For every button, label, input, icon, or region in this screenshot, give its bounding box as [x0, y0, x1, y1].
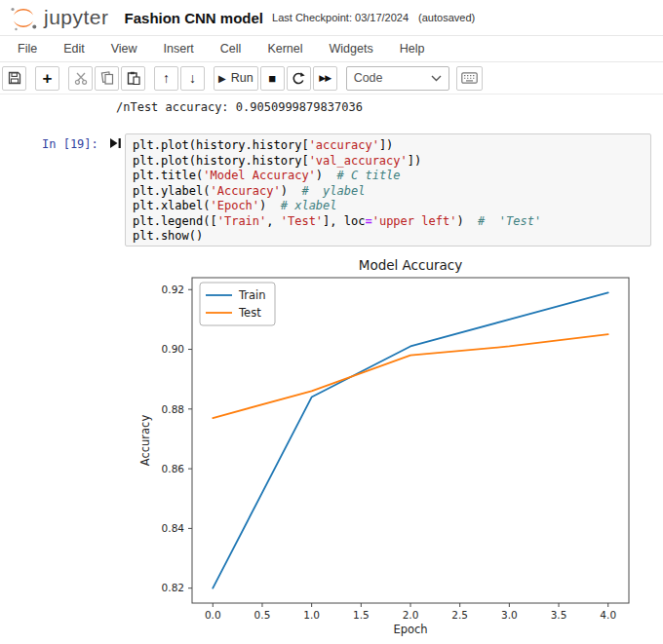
- menu-item-view[interactable]: View: [111, 42, 137, 56]
- accuracy-chart: Model AccuracyEpochAccuracy0.00.51.01.52…: [136, 255, 663, 644]
- menu-item-file[interactable]: File: [18, 42, 37, 56]
- scissors-icon: [74, 72, 88, 85]
- plus-icon: +: [43, 70, 53, 87]
- move-cell-down-button[interactable]: ↓: [180, 66, 205, 91]
- matplotlib-figure: Model AccuracyEpochAccuracy0.00.51.01.52…: [136, 255, 663, 644]
- command-palette-button[interactable]: [456, 66, 483, 91]
- jupyter-logo-icon[interactable]: [9, 4, 38, 32]
- svg-text:0.88: 0.88: [162, 403, 184, 415]
- svg-text:2.0: 2.0: [403, 609, 419, 621]
- menu-item-widgets[interactable]: Widgets: [330, 42, 373, 56]
- paste-icon: [127, 71, 140, 85]
- code-line: plt.xlabel('Epoch') # xlabel: [133, 199, 650, 214]
- paste-cell-button[interactable]: [121, 66, 145, 91]
- menu-item-kernel[interactable]: Kernel: [267, 42, 302, 56]
- interrupt-kernel-button[interactable]: ■: [260, 66, 285, 91]
- input-prompt: In [19]:: [42, 137, 98, 151]
- arrow-up-icon: ↑: [163, 70, 170, 86]
- autosave-status: (autosaved): [418, 12, 475, 23]
- svg-text:Epoch: Epoch: [393, 623, 427, 636]
- svg-text:Train: Train: [238, 288, 266, 302]
- arrow-down-icon: ↓: [189, 70, 196, 86]
- svg-text:1.5: 1.5: [353, 609, 370, 621]
- menu-item-insert[interactable]: Insert: [164, 42, 194, 56]
- stop-icon: ■: [268, 72, 276, 85]
- menu-item-edit[interactable]: Edit: [63, 42, 85, 56]
- notebook-header: jupyter Fashion CNN model Last Checkpoin…: [0, 0, 663, 36]
- svg-text:Model Accuracy: Model Accuracy: [359, 257, 462, 273]
- refresh-icon: [292, 71, 305, 85]
- svg-text:Accuracy: Accuracy: [138, 415, 152, 467]
- code-line: plt.plot(history.history['val_accuracy']…: [133, 154, 650, 170]
- svg-text:1.0: 1.0: [303, 609, 320, 621]
- svg-text:3.5: 3.5: [551, 609, 567, 621]
- save-icon: [8, 71, 21, 85]
- svg-text:0.92: 0.92: [162, 284, 184, 295]
- svg-text:0.86: 0.86: [162, 463, 185, 474]
- restart-kernel-button[interactable]: [287, 66, 311, 91]
- menu-item-cell[interactable]: Cell: [220, 42, 242, 56]
- svg-text:3.0: 3.0: [501, 609, 518, 621]
- run-label: Run: [231, 71, 254, 85]
- save-button[interactable]: [2, 66, 26, 91]
- fast-forward-icon: ▶▶: [319, 73, 331, 83]
- jupyter-logo-text[interactable]: jupyter: [44, 6, 109, 29]
- notebook-title[interactable]: Fashion CNN model: [125, 10, 264, 26]
- add-cell-button[interactable]: +: [35, 66, 59, 91]
- move-cell-up-button[interactable]: ↑: [154, 66, 178, 91]
- cell-output-text: /nTest accuracy: 0.9050999879837036: [116, 100, 363, 114]
- svg-text:2.5: 2.5: [451, 609, 468, 621]
- svg-text:0.84: 0.84: [162, 522, 185, 534]
- cell-type-select[interactable]: Code: [346, 66, 449, 91]
- toolbar: + ↑ ↓ ▶: [0, 62, 663, 95]
- code-line: plt.title('Model Accuracy') # C title: [133, 169, 650, 184]
- code-line: plt.plot(history.history['accuracy']): [133, 138, 650, 154]
- run-cell-marker-icon[interactable]: [110, 137, 122, 149]
- code-line: plt.ylabel('Accuracy') # ylabel: [133, 184, 650, 200]
- copy-icon: [100, 71, 114, 85]
- svg-text:0.0: 0.0: [205, 609, 221, 621]
- code-line: plt.legend(['Train', 'Test'], loc='upper…: [133, 214, 650, 230]
- menu-item-help[interactable]: Help: [400, 42, 425, 56]
- checkpoint-text: Last Checkpoint: 03/17/2024: [272, 12, 409, 23]
- run-button[interactable]: ▶ Run: [214, 66, 258, 91]
- cut-cell-button[interactable]: [68, 66, 93, 91]
- restart-run-all-button[interactable]: ▶▶: [313, 66, 337, 91]
- svg-text:Test: Test: [238, 306, 261, 320]
- keyboard-icon: [461, 72, 478, 84]
- chevron-down-icon: [431, 75, 442, 82]
- code-line: plt.show(): [133, 229, 650, 245]
- svg-text:4.0: 4.0: [600, 609, 616, 621]
- cell-type-value: Code: [354, 71, 383, 85]
- svg-text:0.82: 0.82: [162, 582, 184, 593]
- svg-text:0.90: 0.90: [162, 343, 184, 355]
- menubar: FileEditViewInsertCellKernelWidgetsHelp: [0, 36, 663, 62]
- play-icon: ▶: [218, 73, 226, 84]
- copy-cell-button[interactable]: [95, 66, 119, 91]
- code-cell-editor[interactable]: plt.plot(history.history['accuracy'])plt…: [125, 133, 651, 246]
- jupyter-notebook-app: jupyter Fashion CNN model Last Checkpoin…: [0, 0, 663, 644]
- svg-text:0.5: 0.5: [254, 609, 271, 621]
